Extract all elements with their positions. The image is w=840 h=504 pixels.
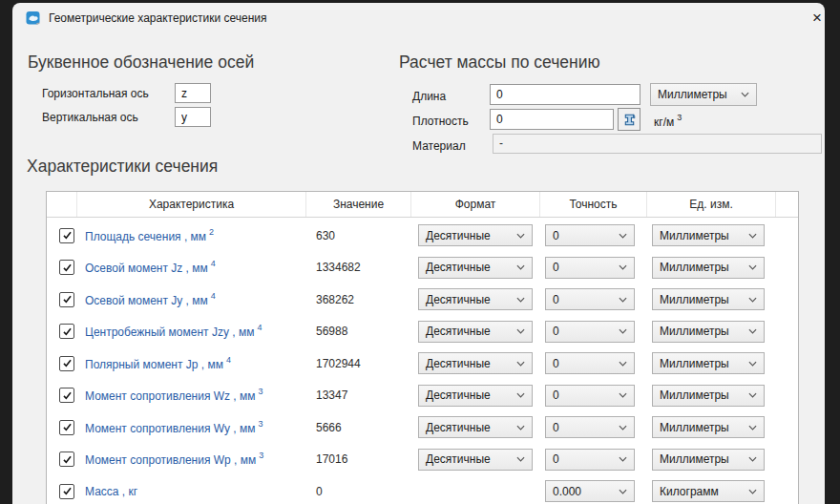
length-input[interactable] [490, 84, 640, 105]
ibeam-profile-icon [622, 113, 637, 127]
precision-select[interactable]: 0 [545, 288, 635, 310]
chevron-down-icon [619, 392, 627, 398]
density-label: Плотность [412, 115, 469, 128]
chevron-down-icon [748, 489, 757, 494]
table-row: Осевой момент Jz , мм4 1334682 Десятичны… [47, 252, 798, 284]
material-label: Материал [412, 139, 466, 153]
characteristic-value: 1334682 [316, 261, 361, 274]
row-checkbox[interactable] [59, 292, 74, 307]
checkmark-icon [62, 390, 73, 401]
chevron-down-icon [516, 392, 525, 398]
header-unit: Ед. изм. [647, 192, 776, 217]
close-button[interactable]: × [800, 3, 825, 33]
unit-select[interactable]: Миллиметры [652, 416, 765, 438]
format-select[interactable]: Десятичные [418, 385, 533, 407]
chevron-down-icon [619, 328, 627, 334]
format-select[interactable]: Десятичные [418, 416, 533, 438]
length-unit-select[interactable]: Миллиметры [650, 83, 757, 106]
format-select[interactable]: Десятичные [418, 352, 533, 374]
precision-select[interactable]: 0 [545, 257, 635, 279]
precision-select[interactable]: 0 [545, 224, 635, 246]
characteristic-value: 17016 [316, 452, 347, 466]
table-row: Полярный момент Jp , мм4 1702944 Десятич… [47, 347, 798, 380]
precision-select[interactable]: 0.000 [545, 480, 635, 502]
chevron-down-icon [748, 328, 757, 334]
chevron-down-icon [619, 233, 627, 239]
characteristic-label: Площадь сечения , мм2 [85, 228, 214, 243]
mass-section-heading: Расчет массы по сечению [399, 52, 600, 73]
unit-select[interactable]: Миллиметры [652, 352, 765, 374]
horizontal-axis-input[interactable] [175, 83, 211, 103]
table-row: Момент сопротивления Wy , мм3 5666 Десят… [47, 411, 798, 444]
format-select[interactable]: Десятичные [418, 449, 533, 471]
characteristic-label: Осевой момент Jz , мм4 [85, 260, 216, 275]
chevron-down-icon [748, 456, 757, 462]
row-checkbox[interactable] [59, 260, 74, 275]
unit-select[interactable]: Миллиметры [652, 257, 765, 279]
table-row: Площадь сечения , мм2 630 Десятичные 0 [47, 220, 798, 252]
row-checkbox[interactable] [59, 452, 74, 467]
format-select[interactable]: Десятичные [418, 257, 533, 279]
chevron-down-icon [619, 456, 627, 462]
chevron-down-icon [619, 361, 627, 367]
chevron-down-icon [516, 264, 525, 270]
precision-select[interactable]: 0 [545, 449, 635, 471]
characteristic-label: Момент сопротивления Wp , мм3 [85, 452, 263, 467]
format-select[interactable]: Десятичные [418, 224, 533, 246]
precision-select[interactable]: 0 [545, 385, 635, 407]
unit-select[interactable]: Килограмм [652, 480, 765, 502]
format-select[interactable]: Десятичные [418, 288, 533, 310]
table-body: Площадь сечения , мм2 630 Десятичные 0 [47, 218, 798, 504]
chevron-down-icon [619, 425, 627, 430]
row-checkbox[interactable] [59, 324, 74, 339]
chevron-down-icon [748, 425, 757, 430]
characteristic-label: Полярный момент Jp , мм4 [85, 356, 231, 371]
unit-select[interactable]: Миллиметры [652, 224, 765, 246]
chevron-down-icon [516, 297, 525, 303]
density-unit-label: кг/м3 [654, 114, 682, 129]
characteristic-value: 1702944 [316, 357, 361, 370]
density-unit-sup: 3 [677, 113, 682, 122]
material-picker-button[interactable] [618, 108, 640, 131]
table-section-heading: Характеристики сечения [27, 157, 218, 177]
characteristic-value: 368262 [316, 293, 354, 306]
header-extra-column [776, 192, 798, 217]
header-checkbox-column [47, 192, 77, 217]
unit-select[interactable]: Миллиметры [652, 449, 765, 471]
unit-select[interactable]: Миллиметры [652, 321, 765, 343]
row-checkbox[interactable] [59, 484, 74, 499]
characteristic-value: 630 [316, 229, 335, 242]
vertical-axis-input[interactable] [175, 107, 211, 127]
checkmark-icon [62, 230, 73, 241]
table-header-row: Характеристика Значение Формат Точность … [47, 192, 798, 218]
header-precision: Точность [540, 192, 647, 217]
title-bar: Геометрические характеристики сечения × [12, 3, 825, 33]
app-icon [26, 10, 41, 26]
chevron-down-icon [619, 297, 627, 303]
characteristic-value: 0 [316, 485, 323, 498]
characteristic-label: Момент сопротивления Wz , мм3 [85, 388, 263, 403]
dialog-window: Геометрические характеристики сечения × … [12, 3, 825, 504]
chevron-down-icon [516, 425, 525, 430]
checkmark-icon [62, 454, 73, 465]
table-row: Центробежный момент Jzy , мм4 56988 Деся… [47, 316, 798, 348]
precision-select[interactable]: 0 [545, 352, 635, 374]
chevron-down-icon [516, 328, 525, 334]
row-checkbox[interactable] [59, 388, 74, 403]
density-input[interactable] [490, 109, 614, 130]
close-icon: × [812, 9, 822, 28]
characteristic-value: 13347 [316, 388, 347, 402]
precision-select[interactable]: 0 [545, 416, 635, 438]
header-value: Значение [306, 192, 411, 217]
unit-select[interactable]: Миллиметры [652, 385, 765, 407]
format-select[interactable]: Десятичные [418, 321, 533, 343]
checkmark-icon [62, 326, 73, 337]
unit-select[interactable]: Миллиметры [652, 288, 765, 310]
row-checkbox[interactable] [59, 420, 74, 435]
row-checkbox[interactable] [59, 228, 74, 243]
precision-select[interactable]: 0 [545, 321, 635, 343]
row-checkbox[interactable] [59, 356, 74, 371]
vertical-axis-label: Вертикальная ось [42, 111, 138, 124]
characteristic-label: Осевой момент Jy , мм4 [85, 292, 216, 307]
chevron-down-icon [748, 392, 757, 398]
